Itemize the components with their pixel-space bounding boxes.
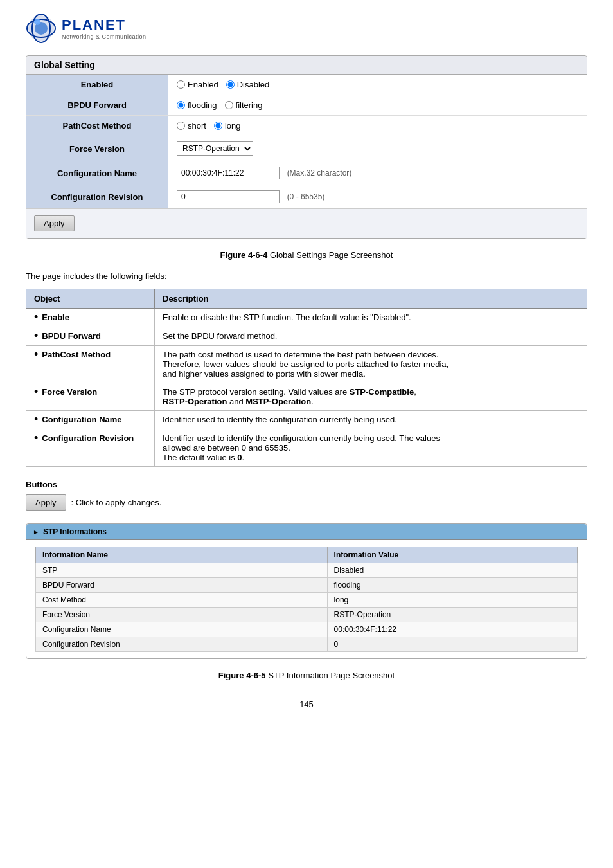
table-row: • Enable Enable or disable the STP funct… — [26, 309, 587, 327]
stp-inner: Information Name Information Value STPDi… — [26, 540, 587, 658]
page-number: 145 — [26, 700, 587, 709]
svg-point-4 — [34, 19, 40, 25]
table-row: Cost Methodlong — [36, 593, 578, 608]
figure1-label: Figure 4-6-4 — [220, 250, 268, 260]
stp-info-value: 0 — [327, 637, 577, 652]
stp-info-value: long — [327, 593, 577, 608]
apply-desc-text: : Click to apply changes. — [71, 498, 162, 507]
bullet-icon: • — [34, 330, 38, 341]
pathcost-radio-short[interactable]: short — [177, 121, 206, 131]
config-revision-input[interactable] — [177, 190, 280, 203]
table-row: • PathCost Method The path cost method i… — [26, 346, 587, 383]
obj-enable: • Enable — [26, 309, 155, 327]
stp-title-text: STP Informations — [43, 527, 107, 536]
obj-pathcost: • PathCost Method — [26, 346, 155, 383]
pathcost-radio-long[interactable]: long — [214, 121, 241, 131]
figure2-label: Figure 4-6-5 — [218, 671, 266, 680]
pathcost-value: short long — [168, 116, 587, 136]
bpdu-radio-flooding[interactable]: flooding — [177, 100, 217, 110]
config-revision-hint: (0 - 65535) — [287, 192, 325, 201]
table-row: BPDU Forward flooding filtering — [26, 95, 587, 116]
desc-col2-header: Description — [155, 289, 587, 309]
figure1-desc: Global Settings Page Screenshot — [270, 250, 393, 260]
enabled-label: Enabled — [26, 75, 168, 95]
config-name-hint: (Max.32 charactor) — [287, 168, 352, 177]
stp-info-value: Disabled — [327, 563, 577, 578]
desc-col1-header: Object — [26, 289, 155, 309]
table-row: • Configuration Name Identifier used to … — [26, 411, 587, 429]
table-row: Configuration Revision0 — [36, 637, 578, 652]
table-row: • BPDU Forward Set the BPDU forward meth… — [26, 327, 587, 346]
figure1-caption: Figure 4-6-4 Global Settings Page Screen… — [26, 250, 587, 260]
bullet-icon: • — [34, 386, 38, 397]
planet-logo-icon — [26, 13, 57, 44]
config-name-input[interactable] — [177, 167, 280, 179]
bpdu-forward-value: flooding filtering — [168, 95, 587, 116]
stp-info-value: flooding — [327, 578, 577, 593]
bullet-icon: • — [34, 432, 38, 444]
logo-area: PLANET Networking & Communication — [26, 13, 587, 44]
force-version-value: RSTP-Operation — [168, 136, 587, 161]
stp-info-name: Cost Method — [36, 593, 328, 608]
global-setting-title: Global Setting — [26, 56, 587, 75]
bullet-icon: • — [34, 348, 38, 360]
desc-force-version: The STP protocol version setting. Valid … — [155, 383, 587, 411]
enabled-radio-enabled[interactable]: Enabled — [177, 80, 218, 89]
stp-info-name: Configuration Name — [36, 622, 328, 637]
desc-bpdu: Set the BPDU forward method. — [155, 327, 587, 346]
apply-button-2[interactable]: Apply — [26, 494, 66, 511]
bpdu-forward-label: BPDU Forward — [26, 95, 168, 116]
bullet-icon: • — [34, 413, 38, 425]
obj-config-name: • Configuration Name — [26, 411, 155, 429]
table-row: Configuration Name00:00:30:4F:11:22 — [36, 622, 578, 637]
global-setting-table: Enabled Enabled Disabled BPDU Forward — [26, 75, 587, 208]
stp-col2-header: Information Value — [327, 547, 577, 563]
stp-info-name: Configuration Revision — [36, 637, 328, 652]
buttons-desc: Apply : Click to apply changes. — [26, 494, 587, 511]
apply-area: Apply — [26, 208, 587, 238]
obj-bpdu: • BPDU Forward — [26, 327, 155, 346]
figure2-caption: Figure 4-6-5 STP Information Page Screen… — [26, 671, 587, 680]
config-name-label: Configuration Name — [26, 161, 168, 185]
table-row: Configuration Name (Max.32 charactor) — [26, 161, 587, 185]
stp-info-name: Force Version — [36, 608, 328, 622]
desc-config-name: Identifier used to identify the configur… — [155, 411, 587, 429]
config-revision-label: Configuration Revision — [26, 185, 168, 209]
global-setting-box: Global Setting Enabled Enabled Disabled — [26, 55, 587, 239]
config-name-value: (Max.32 charactor) — [168, 161, 587, 185]
stp-info-value: RSTP-Operation — [327, 608, 577, 622]
desc-config-revision: Identifier used to identify the configur… — [155, 429, 587, 467]
description-table: Object Description • Enable Enable or di… — [26, 289, 587, 467]
table-row: • Configuration Revision Identifier used… — [26, 429, 587, 467]
desc-pathcost: The path cost method is used to determin… — [155, 346, 587, 383]
buttons-section: Buttons Apply : Click to apply changes. — [26, 480, 587, 511]
stp-col1-header: Information Name — [36, 547, 328, 563]
desc-enable: Enable or disable the STP function. The … — [155, 309, 587, 327]
pathcost-label: PathCost Method — [26, 116, 168, 136]
table-row: Configuration Revision (0 - 65535) — [26, 185, 587, 209]
table-row: Enabled Enabled Disabled — [26, 75, 587, 95]
apply-button[interactable]: Apply — [34, 215, 75, 231]
table-row: • Force Version The STP protocol version… — [26, 383, 587, 411]
stp-info-name: STP — [36, 563, 328, 578]
table-row: PathCost Method short long — [26, 116, 587, 136]
stp-info-value: 00:00:30:4F:11:22 — [327, 622, 577, 637]
bullet-icon: • — [34, 311, 38, 323]
force-version-select[interactable]: RSTP-Operation — [177, 141, 253, 156]
table-row: Force VersionRSTP-Operation — [36, 608, 578, 622]
force-version-label: Force Version — [26, 136, 168, 161]
page-includes-text: The page includes the following fields: — [26, 271, 587, 281]
table-row: BPDU Forwardflooding — [36, 578, 578, 593]
stp-info-box: ► STP Informations Information Name Info… — [26, 523, 587, 659]
logo-subtitle-text: Networking & Communication — [62, 33, 147, 40]
enabled-value: Enabled Disabled — [168, 75, 587, 95]
figure2-desc: STP Information Page Screenshot — [268, 671, 395, 680]
bpdu-radio-filtering[interactable]: filtering — [225, 100, 263, 110]
stp-info-name: BPDU Forward — [36, 578, 328, 593]
obj-force-version: • Force Version — [26, 383, 155, 411]
table-row: STPDisabled — [36, 563, 578, 578]
enabled-radio-disabled[interactable]: Disabled — [226, 80, 270, 89]
buttons-title: Buttons — [26, 480, 587, 489]
obj-config-revision: • Configuration Revision — [26, 429, 155, 467]
stp-arrow-icon: ► — [33, 529, 39, 536]
